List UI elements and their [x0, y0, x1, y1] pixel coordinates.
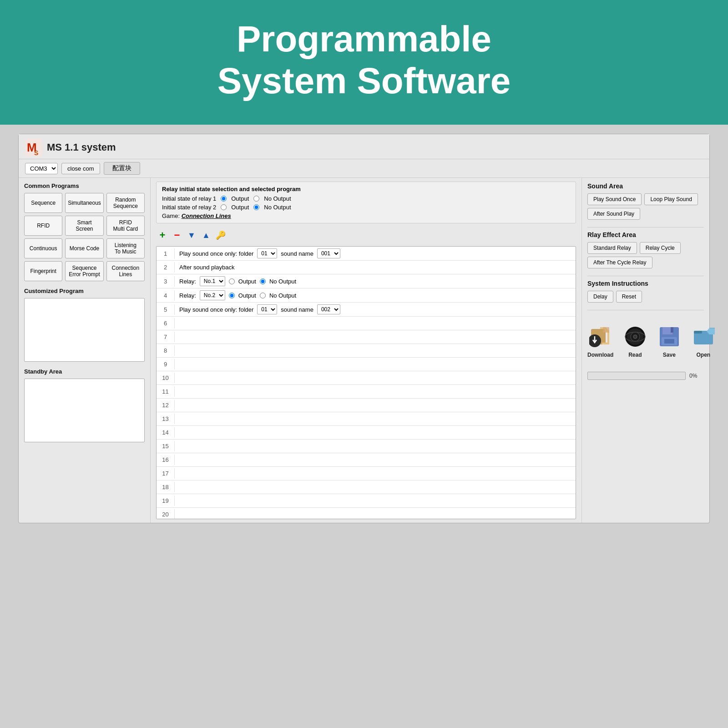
title-bar: M S MS 1.1 system — [19, 134, 709, 159]
save-action[interactable]: Save — [657, 324, 682, 358]
table-row: 3 Relay: No.1No.2 Output No Output — [157, 274, 576, 288]
close-com-button[interactable]: close com — [61, 163, 100, 174]
program-connection-lines[interactable]: ConnectionLines — [106, 261, 145, 281]
table-row: 9 — [157, 358, 576, 371]
com-port-select[interactable]: COM3 — [25, 163, 58, 174]
game-name: Connection Lines — [182, 212, 231, 219]
table-row: 20 — [157, 508, 576, 519]
relay2-output-radio[interactable] — [221, 204, 227, 210]
sound-select-1[interactable]: 001002 — [317, 248, 340, 258]
program-rfid-multi-card[interactable]: RFIDMulti Card — [106, 216, 145, 236]
relay3-no-output-radio[interactable] — [260, 278, 266, 284]
system-instructions: System Instructions Delay Reset — [587, 280, 704, 303]
open-label: Open — [696, 352, 710, 358]
system-instructions-title: System Instructions — [587, 280, 704, 287]
sound-area-title: Sound Area — [587, 182, 704, 190]
svg-point-12 — [633, 335, 637, 339]
program-sequence[interactable]: Sequence — [24, 193, 62, 213]
bottom-actions: Download Read — [587, 319, 704, 363]
open-action[interactable]: Open — [691, 324, 716, 358]
program-table: 1 Play sound once only: folder 0102 soun… — [156, 246, 576, 519]
move-down-button[interactable]: ▼ — [185, 229, 198, 242]
relay-effect-title: Rlay Effect Area — [587, 231, 704, 238]
program-fingerprint[interactable]: Fingerprint — [24, 261, 62, 281]
relay3-output-text: Output — [238, 278, 256, 285]
app-title: MS 1.1 system — [47, 142, 116, 153]
key-button[interactable]: 🔑 — [214, 229, 227, 242]
divider1 — [587, 227, 704, 228]
header-title: Programmable System Software — [9, 18, 719, 102]
standard-relay-button[interactable]: Standard Relay — [587, 242, 637, 254]
table-row: 8 — [157, 344, 576, 358]
relay4-no-output-text: No Output — [269, 292, 296, 299]
program-smart-screen[interactable]: SmartScreen — [65, 216, 103, 236]
game-label: Game: — [162, 212, 180, 219]
play-sound-once-button[interactable]: Play Sound Once — [587, 193, 642, 205]
download-action[interactable]: Download — [587, 324, 613, 358]
program-random-sequence[interactable]: RandomSequence — [106, 193, 145, 213]
loop-play-sound-button[interactable]: Loop Play Sound — [644, 193, 698, 205]
open-icon — [691, 324, 716, 349]
table-row: 18 — [157, 480, 576, 494]
program-listening-to-music[interactable]: ListeningTo Music — [106, 238, 145, 258]
remove-row-button[interactable]: − — [171, 229, 183, 242]
relay2-row: Initial state of relay 2 Output No Outpu… — [162, 204, 570, 211]
relay-num-select-4[interactable]: No.2No.1 — [200, 290, 225, 300]
standby-area: Standby Area — [24, 368, 145, 442]
download-label: Download — [587, 352, 613, 358]
delay-button[interactable]: Delay — [587, 291, 613, 303]
divider3 — [587, 310, 704, 310]
header-banner: Programmable System Software — [0, 0, 728, 125]
config-button[interactable]: 配置块 — [104, 162, 140, 175]
relay4-output-radio[interactable] — [229, 293, 235, 298]
relay-cycle-button[interactable]: Relay Cycle — [640, 242, 681, 254]
action-toolbar: + − ▼ ▲ 🔑 — [156, 227, 576, 243]
progress-bar — [587, 372, 686, 380]
add-row-button[interactable]: + — [156, 229, 169, 242]
svg-rect-17 — [664, 339, 674, 344]
customized-area: Customized Program — [24, 288, 145, 362]
common-programs-title: Common Programs — [24, 182, 145, 189]
folder-select-5[interactable]: 0102 — [257, 304, 277, 314]
relay-num-select-3[interactable]: No.1No.2 — [200, 276, 225, 286]
main-content: Common Programs Sequence Simultaneous Ra… — [19, 178, 709, 523]
program-continuous[interactable]: Continuous — [24, 238, 62, 258]
customized-box — [24, 298, 145, 362]
relay3-output-radio[interactable] — [229, 278, 235, 284]
relay1-output-radio[interactable] — [221, 196, 227, 202]
play-sound-label-5: Play sound once only: folder — [179, 306, 253, 313]
relay-label-3: Relay: — [179, 278, 196, 285]
system-instructions-btn-group: Delay Reset — [587, 291, 704, 303]
read-label: Read — [628, 352, 642, 358]
right-panel: Sound Area Play Sound Once Loop Play Sou… — [582, 178, 709, 523]
table-row: 13 — [157, 412, 576, 426]
table-row: 16 — [157, 453, 576, 467]
folder-select-1[interactable]: 0102 — [257, 248, 277, 258]
relay1-no-output-radio[interactable] — [253, 196, 259, 202]
relay-label-4: Relay: — [179, 292, 196, 299]
relay4-no-output-radio[interactable] — [260, 293, 266, 298]
after-sound-play-button[interactable]: After Sound Play — [587, 208, 640, 220]
program-simultaneous[interactable]: Simultaneous — [65, 193, 103, 213]
save-icon — [657, 324, 682, 349]
move-up-button[interactable]: ▲ — [200, 229, 212, 242]
sound-select-5[interactable]: 002001 — [317, 304, 340, 314]
program-rfid[interactable]: RFID — [24, 216, 62, 236]
table-row: 15 — [157, 440, 576, 453]
table-row: 11 — [157, 385, 576, 399]
after-cycle-relay-button[interactable]: After The Cycle Relay — [587, 257, 652, 268]
program-sequence-error-prompt[interactable]: SequenceError Prompt — [65, 261, 103, 281]
table-row: 1 Play sound once only: folder 0102 soun… — [157, 247, 576, 261]
svg-rect-19 — [694, 331, 702, 334]
table-row: 5 Play sound once only: folder 0102 soun… — [157, 303, 576, 317]
sound-name-label-1: sound name — [281, 250, 313, 257]
relay-effect-btn-group: Standard Relay Relay Cycle After The Cyc… — [587, 242, 704, 268]
relay2-no-output-radio[interactable] — [253, 204, 259, 210]
progress-bar-area: 0% — [587, 372, 704, 380]
program-morse-code[interactable]: Morse Code — [65, 238, 103, 258]
read-action[interactable]: Read — [622, 324, 647, 358]
reset-button[interactable]: Reset — [616, 291, 642, 303]
relay1-row: Initial state of relay 1 Output No Outpu… — [162, 195, 570, 202]
relay4-output-text: Output — [238, 292, 256, 299]
download-icon — [588, 324, 613, 349]
